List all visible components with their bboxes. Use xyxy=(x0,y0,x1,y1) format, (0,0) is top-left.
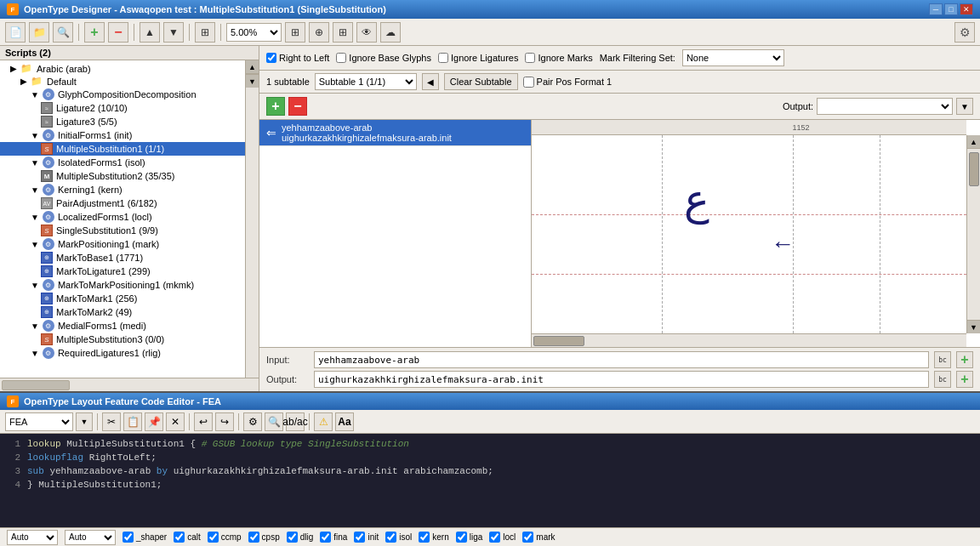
tree-item-medialforms[interactable]: ▼ ⚙ MedialForms1 (medi) xyxy=(0,319,245,333)
undo-button[interactable]: ↩ xyxy=(194,412,213,431)
canvas-vscrollbar[interactable]: ▲ ▼ xyxy=(966,135,980,333)
settings-button[interactable]: ⚙ xyxy=(954,22,975,43)
minimize-button[interactable]: ─ xyxy=(929,3,943,15)
move-down-button[interactable]: ▼ xyxy=(163,22,184,43)
warning-button[interactable]: ⚠ xyxy=(314,412,333,431)
new-button[interactable]: 📄 xyxy=(5,22,26,43)
subtable-select[interactable]: Subtable 1 (1/1) xyxy=(315,73,417,90)
subtable-prev-button[interactable]: ◀ xyxy=(422,73,439,90)
delete-button[interactable]: ✕ xyxy=(166,412,185,431)
tree-item-glyphcomp[interactable]: ▼ ⚙ GlyphCompositionDecomposition xyxy=(0,88,245,101)
input-field[interactable] xyxy=(314,351,929,368)
add-row-button[interactable]: + xyxy=(266,97,285,116)
ignore-marks-input[interactable] xyxy=(525,53,535,63)
mode-select-1[interactable]: Auto xyxy=(7,530,58,545)
title-bar-controls[interactable]: ─ □ ✕ xyxy=(929,3,973,15)
open-button[interactable]: 📁 xyxy=(29,22,49,43)
tree-item-marktommark1[interactable]: ⊕ MarkToMark1 (256) xyxy=(0,292,245,305)
add-lookup-button[interactable]: + xyxy=(84,22,105,43)
ignore-base-glyphs-input[interactable] xyxy=(336,53,346,63)
tree-scrollbar[interactable]: ▲ ▼ xyxy=(245,60,259,378)
compile-button[interactable]: ⚙ xyxy=(243,412,262,431)
tree-item-ligature3[interactable]: ≈ Ligature3 (5/5) xyxy=(0,115,245,128)
input-add-button[interactable]: + xyxy=(956,351,973,368)
tree-item-marktommark2[interactable]: ⊕ MarkToMark2 (49) xyxy=(0,305,245,319)
move-up-button[interactable]: ▲ xyxy=(140,22,160,43)
status-cpsp[interactable]: cpsp xyxy=(248,532,280,543)
maximize-button[interactable]: □ xyxy=(944,3,958,15)
view-button[interactable]: 👁 xyxy=(356,22,377,43)
tree-item-marktolig[interactable]: ⊕ MarkToLigature1 (299) xyxy=(0,264,245,278)
ignore-ligatures-input[interactable] xyxy=(438,53,448,63)
tree-item-default[interactable]: ▶ 📁 Default xyxy=(0,75,245,88)
case-button[interactable]: Aa xyxy=(335,412,354,431)
status-kern[interactable]: kern xyxy=(419,532,448,543)
pair-pos-format-input[interactable] xyxy=(523,77,534,88)
right-to-left-checkbox[interactable]: Right to Left xyxy=(266,53,329,63)
tree-item-multiplesub3[interactable]: S MultipleSubstitution3 (0/0) xyxy=(0,333,245,346)
mark-filtering-set-select[interactable]: None xyxy=(682,49,784,66)
vscroll-up[interactable]: ▲ xyxy=(967,135,980,149)
cut-button[interactable]: ✂ xyxy=(102,412,121,431)
search-code-button[interactable]: 🔍 xyxy=(265,412,283,431)
zoom-fit-button[interactable]: ⊞ xyxy=(285,22,305,43)
lookup-row-0[interactable]: ⇐ yehhamzaabove-arab uighurkazakhkirghiz… xyxy=(259,120,531,146)
close-button[interactable]: ✕ xyxy=(960,3,973,15)
zoom-center-button[interactable]: ⊕ xyxy=(309,22,329,43)
pair-pos-format-checkbox[interactable]: Pair Pos Format 1 xyxy=(523,77,612,88)
tree-item-arabic[interactable]: ▶ 📁 Arabic (arab) xyxy=(0,62,245,75)
output-select[interactable] xyxy=(817,98,953,115)
tree-item-initialforms[interactable]: ▼ ⚙ InitialForms1 (init) xyxy=(0,128,245,142)
input-bc-button[interactable]: bc xyxy=(934,351,951,368)
copy-button[interactable]: ⊞ xyxy=(195,22,215,43)
tree-item-marktobase[interactable]: ⊕ MarkToBase1 (1771) xyxy=(0,251,245,264)
status-shaper[interactable]: _shaper xyxy=(122,532,167,543)
status-fina[interactable]: fina xyxy=(320,532,347,543)
redo-button[interactable]: ↪ xyxy=(215,412,234,431)
ignore-base-glyphs-checkbox[interactable]: Ignore Base Glyphs xyxy=(336,53,431,63)
tree-item-singlesub1[interactable]: S SingleSubstitution1 (9/9) xyxy=(0,224,245,237)
status-isol[interactable]: isol xyxy=(385,532,412,543)
feature-dropdown-button[interactable]: ▼ xyxy=(76,412,93,431)
ignore-ligatures-checkbox[interactable]: Ignore Ligatures xyxy=(438,53,519,63)
output-field[interactable] xyxy=(314,371,929,388)
tree-item-localizedforms[interactable]: ▼ ⚙ LocalizedForms1 (locl) xyxy=(0,210,245,224)
clear-subtable-button[interactable]: Clear Subtable xyxy=(444,73,518,90)
search-button[interactable]: 🔍 xyxy=(53,22,73,43)
tree-item-multiplesub1[interactable]: S MultipleSubstitution1 (1/1) xyxy=(0,142,245,156)
tree-item-markpos[interactable]: ▼ ⚙ MarkPositioning1 (mark) xyxy=(0,237,245,251)
paste-button[interactable]: 📌 xyxy=(145,412,163,431)
canvas-hscrollbar-thumb[interactable] xyxy=(533,336,584,346)
status-mark[interactable]: mark xyxy=(522,532,555,543)
tree-item-multiplesub2[interactable]: M MultipleSubstitution2 (35/35) xyxy=(0,169,245,183)
tree-hscrollbar[interactable] xyxy=(0,378,259,391)
tree-item-isolatedforms[interactable]: ▼ ⚙ IsolatedForms1 (isol) xyxy=(0,156,245,169)
vscroll-down[interactable]: ▼ xyxy=(967,320,980,333)
copy-code-button[interactable]: 📋 xyxy=(123,412,142,431)
feature-select[interactable]: FEA xyxy=(5,412,73,431)
status-calt[interactable]: calt xyxy=(174,532,201,543)
status-liga[interactable]: liga xyxy=(456,532,483,543)
remove-row-button[interactable]: − xyxy=(288,97,307,116)
status-locl[interactable]: locl xyxy=(489,532,516,543)
status-init[interactable]: init xyxy=(354,532,379,543)
output-bc-button[interactable]: bc xyxy=(934,371,951,388)
status-ccmp[interactable]: ccmp xyxy=(208,532,242,543)
zoom-select[interactable]: 5.00% xyxy=(226,23,282,42)
grid-button[interactable]: ⊞ xyxy=(333,22,353,43)
mode-select-2[interactable]: Auto xyxy=(65,530,116,545)
replace-button[interactable]: ab/ac xyxy=(286,412,305,431)
right-to-left-input[interactable] xyxy=(266,53,276,63)
canvas-vscrollbar-thumb[interactable] xyxy=(969,152,979,186)
tree-item-marktomark[interactable]: ▼ ⚙ MarkToMarkPositioning1 (mkmk) xyxy=(0,278,245,292)
tree-item-pairadj[interactable]: AV PairAdjustment1 (6/182) xyxy=(0,196,245,210)
cloud-button[interactable]: ☁ xyxy=(380,22,401,43)
status-dlig[interactable]: dlig xyxy=(287,532,314,543)
output-expand-button[interactable]: ▼ xyxy=(956,98,973,115)
remove-lookup-button[interactable]: − xyxy=(108,22,128,43)
tree-item-kerning[interactable]: ▼ ⚙ Kerning1 (kern) xyxy=(0,183,245,196)
tree-item-reqligatures[interactable]: ▼ ⚙ RequiredLigatures1 (rlig) xyxy=(0,346,245,360)
tree-item-ligature2[interactable]: ≈ Ligature2 (10/10) xyxy=(0,101,245,115)
output-add-button[interactable]: + xyxy=(956,371,973,388)
canvas-hscrollbar[interactable] xyxy=(532,333,966,347)
